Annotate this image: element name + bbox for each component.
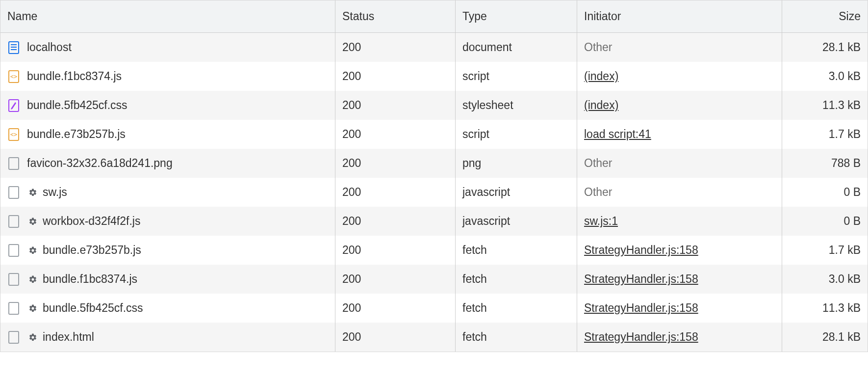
table-body: localhost200documentOther28.1 kB<>bundle… bbox=[0, 33, 868, 352]
file-icon bbox=[7, 244, 20, 257]
cell-type: stylesheet bbox=[456, 91, 577, 120]
cell-type: javascript bbox=[456, 207, 577, 236]
file-icon bbox=[7, 273, 20, 286]
request-name: bundle.e73b257b.js bbox=[27, 128, 126, 141]
cell-type: script bbox=[456, 120, 577, 149]
script-icon: <> bbox=[7, 70, 20, 83]
gear-icon bbox=[27, 188, 39, 197]
cell-size: 1.7 kB bbox=[782, 236, 868, 265]
file-icon bbox=[7, 215, 20, 228]
cell-initiator: Other bbox=[577, 149, 782, 178]
cell-status: 200 bbox=[335, 207, 456, 236]
cell-size: 3.0 kB bbox=[782, 265, 868, 294]
table-row[interactable]: bundle.f1bc8374.js200fetchStrategyHandle… bbox=[0, 265, 868, 294]
table-row[interactable]: bundle.e73b257b.js200fetchStrategyHandle… bbox=[0, 236, 868, 265]
gear-icon bbox=[27, 333, 39, 342]
initiator-link[interactable]: StrategyHandler.js:158 bbox=[584, 244, 698, 257]
svg-rect-11 bbox=[9, 216, 19, 227]
initiator-link[interactable]: sw.js:1 bbox=[584, 215, 618, 228]
cell-initiator: Other bbox=[577, 178, 782, 207]
table-row[interactable]: bundle.5fb425cf.css200stylesheet(index)1… bbox=[0, 91, 868, 120]
cell-name[interactable]: workbox-d32f4f2f.js bbox=[0, 207, 335, 236]
cell-type: fetch bbox=[456, 236, 577, 265]
file-icon bbox=[7, 157, 20, 170]
cell-status: 200 bbox=[335, 236, 456, 265]
table-row[interactable]: <>bundle.f1bc8374.js200script(index)3.0 … bbox=[0, 62, 868, 91]
cell-name[interactable]: bundle.5fb425cf.css bbox=[0, 294, 335, 323]
cell-initiator[interactable]: StrategyHandler.js:158 bbox=[577, 294, 782, 323]
file-icon bbox=[7, 331, 20, 344]
svg-text:<>: <> bbox=[10, 131, 17, 138]
table-row[interactable]: workbox-d32f4f2f.js200javascriptsw.js:10… bbox=[0, 207, 868, 236]
cell-name[interactable]: sw.js bbox=[0, 178, 335, 207]
svg-rect-13 bbox=[9, 274, 19, 285]
cell-name[interactable]: <>bundle.e73b257b.js bbox=[0, 120, 335, 149]
gear-icon bbox=[27, 275, 39, 284]
cell-status: 200 bbox=[335, 265, 456, 294]
cell-size: 11.3 kB bbox=[782, 294, 868, 323]
cell-name[interactable]: bundle.5fb425cf.css bbox=[0, 91, 335, 120]
gear-icon bbox=[27, 246, 39, 255]
svg-rect-9 bbox=[9, 158, 19, 169]
cell-type: fetch bbox=[456, 294, 577, 323]
cell-initiator[interactable]: load script:41 bbox=[577, 120, 782, 149]
cell-status: 200 bbox=[335, 323, 456, 352]
svg-rect-12 bbox=[9, 245, 19, 256]
document-icon bbox=[7, 41, 20, 54]
table-row[interactable]: bundle.5fb425cf.css200fetchStrategyHandl… bbox=[0, 294, 868, 323]
cell-name[interactable]: <>bundle.f1bc8374.js bbox=[0, 62, 335, 91]
cell-size: 28.1 kB bbox=[782, 33, 868, 62]
file-icon bbox=[7, 302, 20, 315]
table-row[interactable]: <>bundle.e73b257b.js200scriptload script… bbox=[0, 120, 868, 149]
cell-initiator: Other bbox=[577, 33, 782, 62]
request-name: bundle.5fb425cf.css bbox=[27, 99, 128, 112]
table-row[interactable]: localhost200documentOther28.1 kB bbox=[0, 33, 868, 62]
svg-rect-10 bbox=[9, 187, 19, 198]
table-header: Name Status Type Initiator Size bbox=[0, 0, 868, 33]
request-name: sw.js bbox=[43, 186, 67, 199]
cell-size: 11.3 kB bbox=[782, 91, 868, 120]
cell-name[interactable]: bundle.e73b257b.js bbox=[0, 236, 335, 265]
initiator-link[interactable]: (index) bbox=[584, 99, 618, 112]
table-row[interactable]: index.html200fetchStrategyHandler.js:158… bbox=[0, 323, 868, 352]
cell-type: fetch bbox=[456, 265, 577, 294]
initiator-link[interactable]: StrategyHandler.js:158 bbox=[584, 273, 698, 286]
script-icon: <> bbox=[7, 128, 20, 141]
initiator-link[interactable]: StrategyHandler.js:158 bbox=[584, 301, 698, 315]
header-status[interactable]: Status bbox=[335, 0, 456, 32]
cell-initiator[interactable]: StrategyHandler.js:158 bbox=[577, 323, 782, 352]
cell-type: png bbox=[456, 149, 577, 178]
header-type[interactable]: Type bbox=[456, 0, 577, 32]
network-panel: Name Status Type Initiator Size localhos… bbox=[0, 0, 868, 352]
gear-icon bbox=[27, 217, 39, 226]
header-initiator[interactable]: Initiator bbox=[577, 0, 782, 32]
cell-name[interactable]: index.html bbox=[0, 323, 335, 352]
initiator-text: Other bbox=[584, 41, 613, 54]
table-row[interactable]: sw.js200javascriptOther0 B bbox=[0, 178, 868, 207]
request-name: bundle.f1bc8374.js bbox=[27, 70, 122, 83]
initiator-link[interactable]: StrategyHandler.js:158 bbox=[584, 330, 698, 344]
initiator-text: Other bbox=[584, 157, 613, 170]
cell-initiator[interactable]: StrategyHandler.js:158 bbox=[577, 265, 782, 294]
request-name: favicon-32x32.6a18d241.png bbox=[27, 157, 173, 170]
cell-initiator[interactable]: StrategyHandler.js:158 bbox=[577, 236, 782, 265]
cell-initiator[interactable]: (index) bbox=[577, 62, 782, 91]
cell-size: 3.0 kB bbox=[782, 62, 868, 91]
cell-size: 28.1 kB bbox=[782, 323, 868, 352]
header-size[interactable]: Size bbox=[782, 0, 868, 32]
cell-initiator[interactable]: (index) bbox=[577, 91, 782, 120]
header-name[interactable]: Name bbox=[0, 0, 335, 32]
stylesheet-icon bbox=[7, 99, 20, 112]
svg-rect-15 bbox=[9, 331, 19, 343]
table-row[interactable]: favicon-32x32.6a18d241.png200pngOther788… bbox=[0, 149, 868, 178]
initiator-link[interactable]: (index) bbox=[584, 70, 618, 83]
initiator-link[interactable]: load script:41 bbox=[584, 128, 651, 141]
cell-initiator[interactable]: sw.js:1 bbox=[577, 207, 782, 236]
cell-name[interactable]: bundle.f1bc8374.js bbox=[0, 265, 335, 294]
initiator-text: Other bbox=[584, 186, 613, 199]
cell-size: 0 B bbox=[782, 207, 868, 236]
cell-name[interactable]: localhost bbox=[0, 33, 335, 62]
cell-name[interactable]: favicon-32x32.6a18d241.png bbox=[0, 149, 335, 178]
cell-status: 200 bbox=[335, 33, 456, 62]
cell-size: 788 B bbox=[782, 149, 868, 178]
